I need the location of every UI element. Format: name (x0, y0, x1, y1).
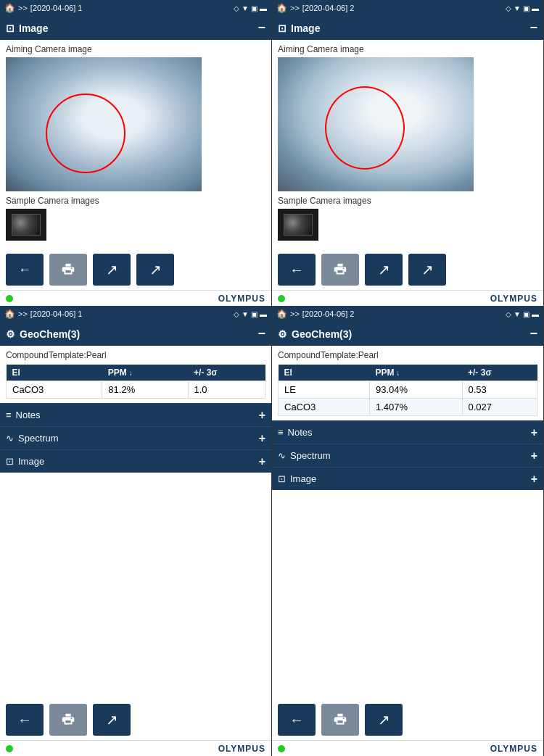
left-spectrum-left: ∿ Spectrum (6, 433, 59, 444)
right-spacer (272, 490, 543, 699)
right-battery-icon: ▬ (532, 4, 539, 12)
left-geochem-collapse-btn[interactable]: − (257, 326, 265, 341)
right-geochem-header[interactable]: ⚙ GeoChem(3) − (272, 322, 543, 346)
left-image-collapse-btn[interactable]: − (257, 20, 265, 36)
right-bottom-nav: ← ↗ (272, 699, 543, 740)
left-data-table: El PPM +/- 3σ CaCO381.2%1.0 (6, 365, 265, 399)
left-image-section-header[interactable]: ⊡ Image − (0, 16, 271, 40)
left-spectrum-icon: ∿ (6, 433, 14, 444)
left-sample-thumbnail[interactable] (6, 209, 46, 241)
left-notes-label: Notes (16, 410, 41, 420)
left-image-row-label: Image (18, 456, 44, 467)
right-olympus-mid: OLYMPUS (490, 294, 537, 304)
right-back-icon: ← (289, 262, 304, 278)
right-notes-icon: ≡ (278, 427, 284, 438)
left-geochem-header[interactable]: ⚙ GeoChem(3) − (0, 322, 271, 346)
right-image-collapse-btn[interactable]: − (529, 20, 537, 36)
right-aiming-label: Aiming Camera image (278, 44, 537, 54)
left-spectrum-row[interactable]: ∿ Spectrum + (0, 426, 271, 449)
right-status-date: [2020-04-06] 2 (302, 4, 503, 12)
left-nav-expand-button[interactable]: ↗ (93, 704, 131, 736)
left-col-ppm[interactable]: PPM (102, 365, 188, 381)
left-notes-plus[interactable]: + (259, 409, 265, 422)
right-expand2-button[interactable]: ↗ (408, 254, 446, 286)
left-location-icon: ◇ (234, 4, 239, 12)
right-panel: 🏠 >> [2020-04-06] 2 ◇ ▼ ▣ ▬ ⊡ Image − Ai… (272, 0, 544, 756)
right-notes-row[interactable]: ≡ Notes + (272, 420, 543, 444)
left-usb-icon-2: ▣ (251, 310, 257, 318)
right-data-table: El PPM +/- 3σ LE93.04%0.53CaCO31.407%0.0… (278, 365, 537, 416)
left-image-row-plus[interactable]: + (259, 455, 265, 468)
left-print-button[interactable] (49, 254, 87, 286)
left-table-head: El PPM +/- 3σ (7, 365, 265, 381)
right-geochem-collapse-btn[interactable]: − (529, 326, 537, 341)
left-battery-icon: ▬ (260, 4, 267, 12)
right-status-bar-top: 🏠 >> [2020-04-06] 2 ◇ ▼ ▣ ▬ (272, 0, 543, 16)
right-geochem-header-left: ⚙ GeoChem(3) (278, 328, 352, 340)
right-status-icons-2: ◇ ▼ ▣ ▬ (506, 310, 539, 318)
left-bottom-nav: ← ↗ (0, 699, 271, 740)
left-notes-row[interactable]: ≡ Notes + (0, 403, 271, 426)
left-wifi-icon: ▼ (242, 4, 249, 12)
left-expand2-icon: ↗ (149, 261, 162, 278)
left-image-title: Image (19, 22, 48, 34)
right-geochem-title: GeoChem(3) (292, 328, 352, 340)
left-aiming-camera-image (6, 57, 202, 191)
left-final-green-dot (6, 745, 13, 752)
left-image-header-left: ⊡ Image (6, 22, 48, 34)
left-olympus-mid: OLYMPUS (218, 294, 265, 304)
left-aiming-circle (46, 94, 125, 173)
right-image-row-icon: ⊡ (278, 473, 286, 484)
left-table-row: CaCO381.2%1.0 (7, 381, 265, 399)
right-image-row-plus[interactable]: + (531, 473, 537, 486)
right-home-icon[interactable]: 🏠 (276, 3, 287, 13)
right-geochem-icon: ⚙ (278, 328, 287, 340)
right-print-button[interactable] (321, 254, 359, 286)
right-table-cell: CaCO3 (279, 399, 370, 416)
right-nav-expand-button[interactable]: ↗ (365, 704, 403, 736)
left-nav-back-button[interactable]: ← (6, 704, 44, 736)
right-col-el: El (279, 365, 370, 381)
left-geochem-title: GeoChem(3) (20, 328, 80, 340)
left-nav-print-icon (60, 712, 76, 728)
right-notes-plus[interactable]: + (531, 426, 537, 439)
right-table-row: LE93.04%0.53 (279, 381, 537, 399)
right-table-cell: 1.407% (370, 399, 463, 416)
left-back-button[interactable]: ← (6, 254, 44, 286)
right-action-buttons: ← ↗ ↗ (272, 249, 543, 290)
left-spacer (0, 473, 271, 699)
left-spectrum-plus[interactable]: + (259, 432, 265, 445)
right-back-button[interactable]: ← (278, 254, 316, 286)
right-image-row[interactable]: ⊡ Image + (272, 467, 543, 490)
left-geochem-icon: ⚙ (6, 328, 15, 340)
left-home-icon-2[interactable]: 🏠 (4, 309, 15, 319)
right-spectrum-plus[interactable]: + (531, 449, 537, 462)
left-chevrons-2: >> (18, 310, 28, 318)
left-green-dot (6, 295, 13, 302)
left-image-row[interactable]: ⊡ Image + (0, 449, 271, 473)
right-image-content: Aiming Camera image Sample Camera images (272, 40, 543, 249)
right-expand1-button[interactable]: ↗ (365, 254, 403, 286)
left-expand1-button[interactable]: ↗ (93, 254, 131, 286)
right-spectrum-row[interactable]: ∿ Spectrum + (272, 444, 543, 467)
left-status-date-2: [2020-04-06] 1 (30, 310, 231, 318)
right-expand2-icon: ↗ (421, 261, 434, 278)
left-expand2-button[interactable]: ↗ (136, 254, 174, 286)
left-nav-print-button[interactable] (49, 704, 87, 736)
left-home-icon[interactable]: 🏠 (4, 3, 15, 13)
right-location-icon: ◇ (506, 4, 511, 12)
right-chevrons: >> (290, 4, 300, 12)
right-home-icon-2[interactable]: 🏠 (276, 309, 287, 319)
right-spectrum-label: Spectrum (290, 450, 331, 461)
right-sample-thumbnail[interactable] (278, 209, 318, 241)
left-print-icon (60, 262, 76, 278)
right-nav-print-button[interactable] (321, 704, 359, 736)
right-nav-back-button[interactable]: ← (278, 704, 316, 736)
right-col-ppm[interactable]: PPM (370, 365, 463, 381)
right-image-section-header[interactable]: ⊡ Image − (272, 16, 543, 40)
left-table-cell: 1.0 (188, 381, 265, 399)
left-image-row-icon: ⊡ (6, 456, 14, 467)
left-nav-back-icon: ← (17, 712, 32, 728)
left-sample-label: Sample Camera images (6, 196, 265, 206)
right-wifi-icon: ▼ (514, 4, 521, 12)
